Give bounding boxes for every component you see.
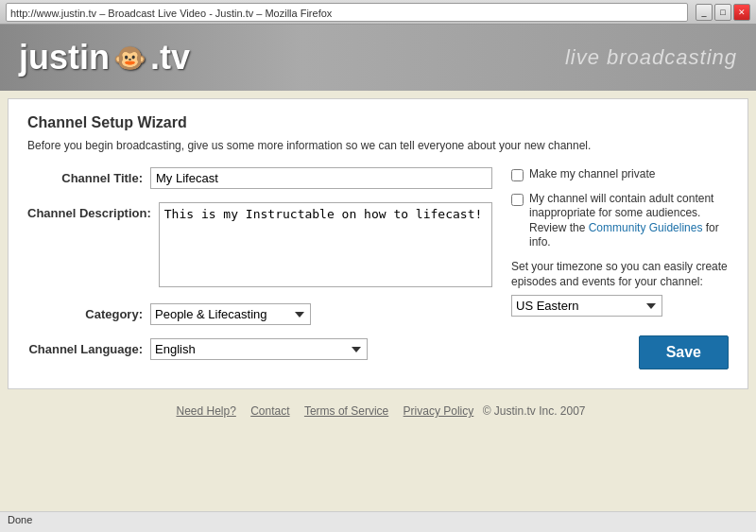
language-row: Channel Language: English Spanish French… xyxy=(27,338,492,360)
logo-tv: .tv xyxy=(150,38,190,77)
browser-titlebar: http://www.justin.tv – Broadcast Live Vi… xyxy=(0,0,756,25)
tagline: live broadcasting xyxy=(565,45,737,70)
channel-desc-input[interactable]: This is my Instructable on how to lifeca… xyxy=(159,202,492,287)
form-body: Channel Title: Channel Description: This… xyxy=(27,167,729,373)
tos-link[interactable]: Terms of Service xyxy=(304,404,388,418)
window-controls: _ □ ✕ xyxy=(696,4,750,21)
timezone-label: Set your timezone so you can easily crea… xyxy=(511,260,729,289)
channel-title-label: Channel Title: xyxy=(27,167,150,185)
language-field: English Spanish French German Japanese C… xyxy=(150,338,492,360)
logo-monkey-icon: 🐵 xyxy=(113,43,146,74)
logo-text: justin xyxy=(19,38,110,77)
adult-content-checkbox[interactable] xyxy=(511,194,524,206)
save-button[interactable]: Save xyxy=(639,335,729,369)
community-guidelines-link[interactable]: Community Guidelines xyxy=(589,221,703,234)
channel-title-row: Channel Title: xyxy=(27,167,492,189)
contact-link[interactable]: Contact xyxy=(250,404,289,418)
language-label: Channel Language: xyxy=(27,338,150,356)
channel-desc-row: Channel Description: This is my Instruct… xyxy=(27,202,492,290)
private-channel-label: Make my channel private xyxy=(529,167,655,182)
footer: Need Help? Contact Terms of Service Priv… xyxy=(0,397,756,425)
main-content: Channel Setup Wizard Before you begin br… xyxy=(8,98,748,389)
category-select[interactable]: People & Lifecasting Gaming Sports Enter… xyxy=(150,303,311,325)
browser-url[interactable]: http://www.justin.tv – Broadcast Live Vi… xyxy=(6,3,688,22)
category-row: Category: People & Lifecasting Gaming Sp… xyxy=(27,303,492,325)
adult-content-label: My channel will contain adult content in… xyxy=(529,192,729,250)
site-logo: justin 🐵 .tv xyxy=(19,38,190,77)
category-label: Category: xyxy=(27,303,150,321)
adult-content-row: My channel will contain adult content in… xyxy=(511,192,729,250)
privacy-link[interactable]: Privacy Policy xyxy=(404,404,474,418)
timezone-select[interactable]: US Eastern US Central US Mountain US Pac… xyxy=(511,295,662,317)
status-bar: Done xyxy=(0,511,756,532)
site-header: justin 🐵 .tv live broadcasting xyxy=(0,25,756,91)
copyright-text: © Justin.tv Inc. 2007 xyxy=(483,404,586,418)
wizard-title: Channel Setup Wizard xyxy=(27,114,729,131)
right-column: Make my channel private My channel will … xyxy=(511,167,729,373)
maximize-button[interactable]: □ xyxy=(714,4,731,21)
intro-text: Before you begin broadcasting, give us s… xyxy=(27,139,729,152)
close-button[interactable]: ✕ xyxy=(733,4,750,21)
status-text: Done xyxy=(8,514,32,525)
timezone-section: Set your timezone so you can easily crea… xyxy=(511,260,729,317)
channel-desc-label: Channel Description: xyxy=(27,202,159,220)
category-field: People & Lifecasting Gaming Sports Enter… xyxy=(150,303,492,325)
private-channel-row: Make my channel private xyxy=(511,167,729,182)
channel-desc-field: This is my Instructable on how to lifeca… xyxy=(159,202,492,290)
help-link[interactable]: Need Help? xyxy=(176,404,235,418)
minimize-button[interactable]: _ xyxy=(696,4,713,21)
channel-title-field xyxy=(150,167,492,189)
language-select[interactable]: English Spanish French German Japanese C… xyxy=(150,338,368,360)
left-column: Channel Title: Channel Description: This… xyxy=(27,167,492,373)
channel-title-input[interactable] xyxy=(150,167,492,189)
save-row: Save xyxy=(511,328,729,369)
private-channel-checkbox[interactable] xyxy=(511,169,524,181)
